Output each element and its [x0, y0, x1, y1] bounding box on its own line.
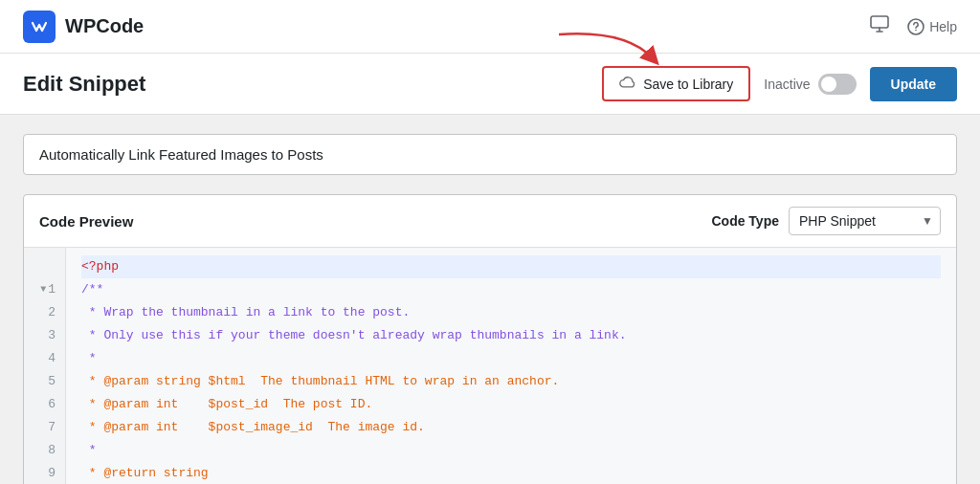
help-link[interactable]: Help: [907, 18, 957, 35]
code-line: * Wrap the thumbnail in a link to the po…: [81, 301, 941, 324]
inactive-label: Inactive: [764, 77, 810, 92]
header-actions: Save to Library Inactive Update: [602, 66, 957, 101]
code-line: * @return string: [81, 462, 941, 484]
code-preview-label: Code Preview: [39, 213, 133, 230]
code-header: Code Preview Code Type PHP Snippet JavaS…: [24, 195, 956, 248]
save-library-wrapper: Save to Library: [602, 66, 750, 101]
code-line: <?php: [81, 255, 941, 278]
code-section: Code Preview Code Type PHP Snippet JavaS…: [23, 194, 957, 484]
help-label: Help: [929, 19, 957, 34]
code-line: * @param int $post_id The post ID.: [81, 393, 941, 416]
code-type-label: Code Type: [711, 213, 779, 229]
snippet-title-input[interactable]: [23, 134, 957, 175]
line-numbers: ▼1 2 3 4 5 6 7 8 9 10: [24, 248, 66, 484]
brand-name: WPCode: [65, 15, 144, 37]
line-num: 2: [24, 301, 65, 324]
code-line: * Only use this if your theme doesn't al…: [81, 324, 941, 347]
code-type-select[interactable]: PHP Snippet JavaScript Snippet CSS Snipp…: [789, 207, 941, 235]
page-title: Edit Snippet: [23, 72, 145, 97]
code-token: *: [81, 441, 97, 461]
code-type-select-wrapper: PHP Snippet JavaScript Snippet CSS Snipp…: [789, 207, 941, 235]
code-lines: <?php /** * Wrap the thumbnail in a link…: [66, 248, 956, 484]
inactive-group: Inactive: [764, 74, 856, 95]
code-token: *: [81, 349, 97, 369]
code-line: /**: [81, 278, 941, 301]
cloud-icon: [619, 76, 636, 92]
line-num: 6: [24, 393, 65, 416]
topbar-right: Help: [869, 13, 957, 39]
monitor-icon[interactable]: [869, 13, 890, 39]
line-num: [24, 255, 65, 278]
code-token: * @param int $post_id The post ID.: [81, 395, 372, 415]
code-line: *: [81, 347, 941, 370]
code-token: * @param string $html The thumbnail HTML…: [81, 372, 559, 392]
code-line: * @param string $html The thumbnail HTML…: [81, 370, 941, 393]
code-token: <?php: [81, 257, 119, 277]
line-num: 5: [24, 370, 65, 393]
code-token: * @param int $post_image_id The image id…: [81, 418, 425, 438]
code-editor: ▼1 2 3 4 5 6 7 8 9 10 <?php /** * Wrap t…: [24, 248, 956, 484]
topbar: WPCode Help: [0, 0, 980, 54]
code-token: /**: [81, 280, 103, 300]
collapse-arrow-icon: ▼: [40, 282, 46, 297]
line-num: 8: [24, 439, 65, 462]
topbar-left: WPCode: [23, 11, 144, 43]
line-num: 9: [24, 462, 65, 484]
toggle-thumb: [821, 77, 836, 92]
help-circle-icon: [907, 18, 924, 35]
main-content: Code Preview Code Type PHP Snippet JavaS…: [0, 115, 980, 484]
active-toggle[interactable]: [818, 74, 857, 95]
code-line: * @param int $post_image_id The image id…: [81, 416, 941, 439]
wpcode-logo-icon: [23, 11, 56, 43]
svg-point-2: [915, 29, 917, 31]
update-button[interactable]: Update: [870, 67, 957, 101]
line-num: 4: [24, 347, 65, 370]
code-token: * Wrap the thumbnail in a link to the po…: [81, 303, 410, 323]
page-header: Edit Snippet Save to Library: [0, 54, 980, 115]
code-type-group: Code Type PHP Snippet JavaScript Snippet…: [711, 207, 941, 235]
line-num: 3: [24, 324, 65, 347]
svg-rect-0: [871, 16, 888, 28]
save-library-button[interactable]: Save to Library: [602, 66, 750, 101]
save-library-label: Save to Library: [643, 77, 733, 92]
line-num: 7: [24, 416, 65, 439]
code-token: * Only use this if your theme doesn't al…: [81, 326, 627, 346]
code-line: *: [81, 439, 941, 462]
code-token: * @return string: [81, 464, 209, 484]
code-editor-wrapper[interactable]: ▼1 2 3 4 5 6 7 8 9 10 <?php /** * Wrap t…: [24, 248, 956, 484]
logo-svg: [30, 17, 49, 36]
line-num: ▼1: [24, 278, 65, 301]
